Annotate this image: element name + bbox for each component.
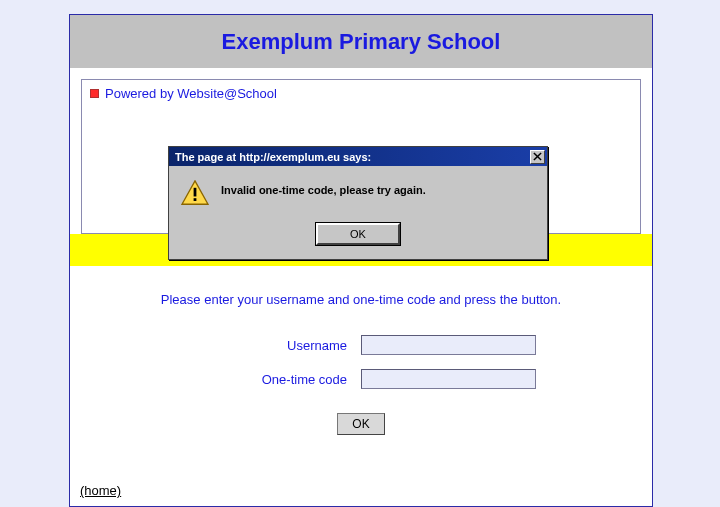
alert-dialog: The page at http://exemplum.eu says: Inv…: [168, 146, 548, 260]
username-label: Username: [70, 338, 361, 353]
submit-row: OK: [70, 413, 652, 435]
powered-by-link[interactable]: Powered by Website@School: [105, 86, 277, 101]
username-field-wrap: [361, 335, 652, 355]
dialog-body: Invalid one-time code, please try again.: [169, 166, 547, 215]
powered-row: Powered by Website@School: [90, 86, 632, 101]
close-icon: [533, 152, 542, 161]
main-panel: Exemplum Primary School Powered by Websi…: [69, 14, 653, 507]
home-link[interactable]: (home): [80, 483, 121, 498]
code-label: One-time code: [70, 372, 361, 387]
svg-rect-3: [194, 188, 197, 197]
dialog-actions: OK: [169, 215, 547, 259]
warning-icon: [181, 180, 209, 209]
submit-button[interactable]: OK: [337, 413, 384, 435]
svg-rect-4: [194, 198, 197, 201]
dialog-ok-button[interactable]: OK: [316, 223, 400, 245]
one-time-code-field[interactable]: [361, 369, 536, 389]
dialog-titlebar: The page at http://exemplum.eu says:: [169, 147, 547, 166]
dialog-close-button[interactable]: [530, 150, 545, 164]
dialog-title-text: The page at http://exemplum.eu says:: [175, 151, 371, 163]
page-title: Exemplum Primary School: [222, 29, 501, 55]
dialog-message: Invalid one-time code, please try again.: [221, 180, 426, 196]
instructions-text: Please enter your username and one-time …: [70, 292, 652, 307]
code-field-wrap: [361, 369, 652, 389]
username-field[interactable]: [361, 335, 536, 355]
bullet-icon: [90, 89, 99, 98]
login-form: Username One-time code OK: [70, 335, 652, 435]
header-bar: Exemplum Primary School: [70, 15, 652, 68]
